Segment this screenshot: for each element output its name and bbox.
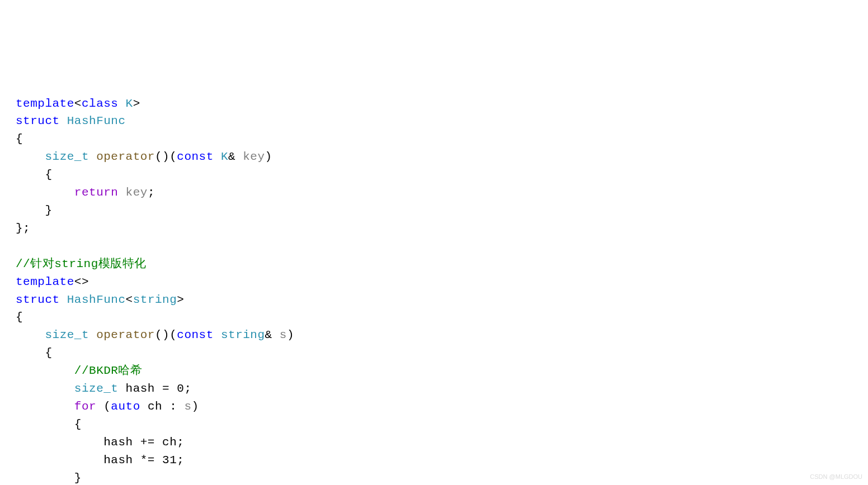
var-hash: hash (126, 382, 155, 395)
type-string: string (133, 293, 177, 306)
keyword-return: return (74, 186, 119, 199)
operator-keyword: operator (96, 150, 155, 163)
line-4: size_t operator()(const K& key) (16, 150, 272, 163)
code-block: template<class K> struct HashFunc { size… (16, 77, 852, 485)
keyword-class: class (82, 97, 119, 110)
watermark: CSDN @MLGDOU (810, 472, 862, 482)
line-2: struct HashFunc (16, 115, 126, 127)
line-17: size_t hash = 0; (16, 382, 192, 395)
line-21: hash *= 31; (16, 454, 184, 467)
line-7: } (16, 204, 53, 217)
keyword-const: const (177, 329, 214, 341)
line-13: { (16, 311, 23, 324)
line-14: size_t operator()(const string& s) (16, 329, 294, 341)
line-5: { (16, 168, 53, 181)
line-12: struct HashFunc<string> (16, 293, 184, 306)
literal-0: 0 (177, 382, 184, 395)
param-key: key (243, 150, 265, 163)
keyword-template: template (16, 97, 74, 110)
type-size_t: size_t (45, 150, 89, 163)
keyword-const: const (177, 150, 214, 163)
var-s: s (184, 400, 191, 413)
var-key: key (126, 186, 148, 199)
line-15: { (16, 346, 53, 359)
var-hash: hash (103, 436, 133, 449)
var-ch: ch (162, 436, 177, 449)
literal-31: 31 (162, 454, 177, 467)
line-11: template<> (16, 275, 89, 288)
type-size_t: size_t (45, 329, 89, 341)
line-16: //BKDR哈希 (16, 364, 142, 377)
comment: //BKDR哈希 (74, 364, 143, 377)
line-19: { (16, 418, 82, 431)
var-hash: hash (103, 454, 133, 467)
keyword-struct: struct (16, 293, 60, 306)
line-20: hash += ch; (16, 436, 184, 449)
type-K: K (221, 150, 228, 163)
keyword-for: for (74, 400, 96, 413)
type-HashFunc: HashFunc (67, 115, 126, 127)
type-HashFunc: HashFunc (67, 293, 126, 306)
line-3: { (16, 132, 23, 145)
line-6: return key; (16, 186, 155, 199)
line-1: template<class K> (16, 97, 140, 110)
keyword-template: template (16, 275, 74, 288)
type-size_t: size_t (74, 382, 119, 395)
line-10: //针对string模版特化 (16, 258, 147, 270)
keyword-auto: auto (111, 400, 140, 413)
param-s: s (280, 329, 287, 341)
line-18: for (auto ch : s) (16, 400, 199, 413)
comment: //针对string模版特化 (16, 258, 147, 270)
type-string: string (221, 329, 265, 341)
line-8: }; (16, 222, 30, 235)
var-ch: ch (148, 400, 162, 413)
line-22: } (16, 472, 82, 484)
type-K: K (126, 97, 133, 110)
operator-keyword: operator (96, 329, 155, 341)
keyword-struct: struct (16, 115, 60, 127)
